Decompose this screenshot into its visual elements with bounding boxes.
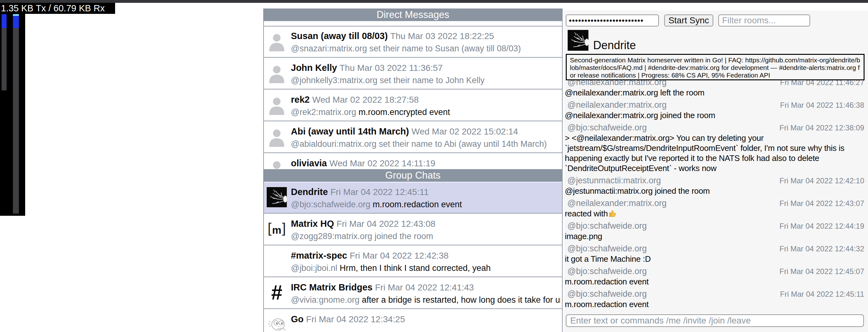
message-timestamp: Fri Mar 04 2022 12:45:07 (780, 267, 868, 277)
room-row-oliviavia[interactable]: oliviavia Wed Mar 02 2022 14:11:19 (264, 154, 562, 170)
room-name: oliviavia (291, 158, 327, 168)
room-name: Go (291, 314, 304, 324)
room-row-texts: Abi (away until 14th March) Wed Mar 02 2… (291, 126, 561, 149)
traffic-bar-rx-blue (13, 16, 19, 28)
start-sync-button[interactable]: Start Sync (664, 15, 713, 26)
message-timestamp: Fri Mar 04 2022 12:44:32 (780, 244, 868, 254)
message-sender: @bjo:schafweide.org (564, 266, 647, 276)
room-row-texts: Susan (away till 08/03) Thu Mar 03 2022 … (291, 30, 561, 54)
room-last-sender: @rek2:matrix.org (291, 107, 356, 117)
room-row-texts: Go Fri Mar 04 2022 12:34:25 (291, 313, 561, 326)
room-row-irc-matrix-bridges[interactable]: #IRC Matrix Bridges Fri Mar 04 2022 12:4… (264, 278, 562, 309)
room-view-panel: Start Sync Dendrite Second-generation Ma… (564, 10, 868, 332)
room-row-texts: John Kelly Thu Mar 03 2022 11:36:57@john… (291, 62, 561, 86)
room-name: John Kelly (291, 63, 337, 73)
traffic-bar-tx-blue (2, 14, 7, 28)
message-sender: @bjo:schafweide.org (564, 221, 647, 231)
room-row-dendrite[interactable]: Dendrite Fri Mar 04 2022 12:45:11@bjo:sc… (264, 183, 562, 214)
room-list: Susan (away till 08/03) Thu Mar 03 2022 … (263, 21, 563, 332)
hash-channel-icon: # (267, 282, 287, 303)
message-sender: @neilalexander:matrix.org (564, 100, 667, 110)
room-name: #matrix-spec (291, 250, 347, 260)
room-row-susan-away-till-08-03-[interactable]: Susan (away till 08/03) Thu Mar 03 2022 … (264, 26, 562, 58)
room-name: Abi (away until 14th March) (291, 126, 409, 136)
network-traffic-stats: 1.35 KB Tx / 60.79 KB Rx (0, 3, 115, 14)
room-last-message: set their name to John Kelly (380, 76, 485, 85)
room-last-sender: @bjo:schafweide.org (291, 200, 370, 209)
room-row-john-kelly[interactable]: John Kelly Thu Mar 03 2022 11:36:57@john… (264, 58, 562, 89)
room-last-activity-time: Wed Mar 02 2022 14:11:19 (330, 159, 436, 168)
room-name: rek2 (291, 94, 310, 105)
room-row-texts: Dendrite Fri Mar 04 2022 12:45:11@bjo:sc… (291, 186, 561, 210)
traffic-bar-tx-gray (2, 28, 7, 90)
message-body: image.png (564, 231, 868, 241)
message-sender: @jestunmactii:matrix.org (564, 175, 661, 186)
message-sender: @neilalexander:matrix.org (564, 198, 667, 208)
message-body: m.room.redaction event (564, 277, 868, 287)
room-last-message: Hrm, then I think I stand corrected, yea… (340, 263, 491, 273)
message-timestamp: Fri Mar 04 2022 12:42:10 (780, 176, 868, 186)
room-row-go[interactable]: Go Fri Mar 04 2022 12:34:25 (264, 310, 562, 332)
room-last-activity-time: Thu Mar 03 2022 18:22:25 (390, 31, 494, 41)
traffic-graph (0, 14, 25, 216)
password-input[interactable] (566, 15, 659, 26)
person-silhouette-icon (267, 63, 287, 83)
go-gopher-icon (267, 314, 287, 332)
thumbs-up-icon (609, 209, 617, 218)
room-topic: Second-generation Matrix homeserver writ… (566, 54, 865, 80)
room-last-activity-time: Wed Mar 02 2022 18:27:58 (312, 95, 419, 105)
filter-rooms-input[interactable] (718, 15, 810, 26)
room-row-texts: rek2 Wed Mar 02 2022 18:27:58@rek2:matri… (291, 94, 561, 117)
message-sender: @bjo:schafweide.org (564, 244, 647, 254)
person-silhouette-icon (267, 159, 287, 170)
message-timestamp: Fri Mar 04 2022 12:43:07 (780, 198, 868, 209)
room-row-matrix-hq[interactable]: [m]Matrix HQ Fri Mar 04 2022 12:43:08@zo… (264, 214, 562, 245)
room-last-sender: @abialdouri:matrix.org (291, 139, 376, 149)
room-list-scroll-gap (264, 21, 562, 26)
message-body: > <@neilalexander:matrix.org> You can tr… (564, 133, 868, 173)
room-last-activity-time: Fri Mar 04 2022 12:34:25 (306, 314, 405, 324)
room-last-sender: @snazari:matrix.org (291, 44, 367, 53)
message-body: m.room.redaction event (564, 299, 868, 309)
room-last-message: joined the room (375, 231, 433, 241)
message-sender: @bjo:schafweide.org (564, 122, 647, 133)
room-last-message: m.room.encrypted event (359, 107, 450, 117)
timeline-message: @jestunmactii:matrix.orgFri Mar 04 2022 … (564, 175, 868, 196)
room-row-rek2[interactable]: rek2 Wed Mar 02 2022 18:27:58@rek2:matri… (264, 90, 562, 121)
timeline-message: @bjo:schafweide.orgFri Mar 04 2022 12:45… (564, 266, 868, 287)
room-last-sender: @johnkelly3:matrix.org (291, 76, 377, 85)
room-last-message: m.room.redaction event (373, 200, 462, 209)
room-last-message: set their name to Susan (away till 08/03… (370, 44, 521, 53)
message-body: reacted with (564, 209, 868, 219)
matrix-logo-icon: [m] (267, 219, 287, 239)
timeline-message: @bjo:schafweide.orgFri Mar 04 2022 12:44… (564, 244, 868, 264)
window-top-strip (0, 0, 868, 3)
room-last-activity-time: Fri Mar 04 2022 12:43:08 (337, 219, 435, 229)
room-row-texts: Matrix HQ Fri Mar 04 2022 12:43:08@zogg2… (291, 218, 561, 242)
message-body: @neilalexander:matrix.org left the room (564, 88, 868, 98)
room-last-sender: @vivia:gnome.org (291, 295, 360, 305)
room-row-abi-away-until-14th-march-[interactable]: Abi (away until 14th March) Wed Mar 02 2… (264, 122, 562, 153)
person-silhouette-icon (267, 95, 287, 115)
matrix-client-window: 1.35 KB Tx / 60.79 KB Rx Direct Messages… (0, 0, 868, 332)
room-last-activity-time: Fri Mar 04 2022 12:41:43 (375, 282, 474, 292)
message-timestamp: Fri Mar 04 2022 11:46:38 (780, 100, 868, 110)
group-chats-header: Group Chats (263, 169, 563, 182)
room-row-texts: IRC Matrix Bridges Fri Mar 04 2022 12:41… (291, 282, 561, 305)
message-timeline: @neilalexander:matrix.orgFri Mar 04 2022… (564, 77, 868, 313)
room-last-activity-time: Thu Mar 03 2022 11:36:57 (340, 63, 443, 73)
room-name: IRC Matrix Bridges (291, 282, 372, 292)
message-composer-input[interactable] (566, 314, 864, 327)
message-body: @jestunmactii:matrix.org joined the room (564, 186, 868, 196)
timeline-message: @neilalexander:matrix.orgFri Mar 04 2022… (564, 100, 868, 120)
room-title: Dendrite (593, 39, 636, 52)
timeline-message: @bjo:schafweide.orgFri Mar 04 2022 12:44… (564, 221, 868, 241)
room-name: Matrix HQ (291, 219, 334, 229)
room-row-texts: oliviavia Wed Mar 02 2022 14:11:19 (291, 158, 561, 170)
timeline-message: @bjo:schafweide.orgFri Mar 04 2022 12:38… (564, 122, 868, 173)
message-body: it got a Time Machine :D (564, 254, 868, 264)
dendrite-pattern-icon (568, 30, 588, 51)
room-row--matrix-spec[interactable]: #matrix-spec Fri Mar 04 2022 12:42:38@jb… (264, 246, 562, 277)
message-timestamp: Fri Mar 04 2022 12:44:19 (780, 221, 868, 231)
person-silhouette-icon (267, 31, 287, 51)
